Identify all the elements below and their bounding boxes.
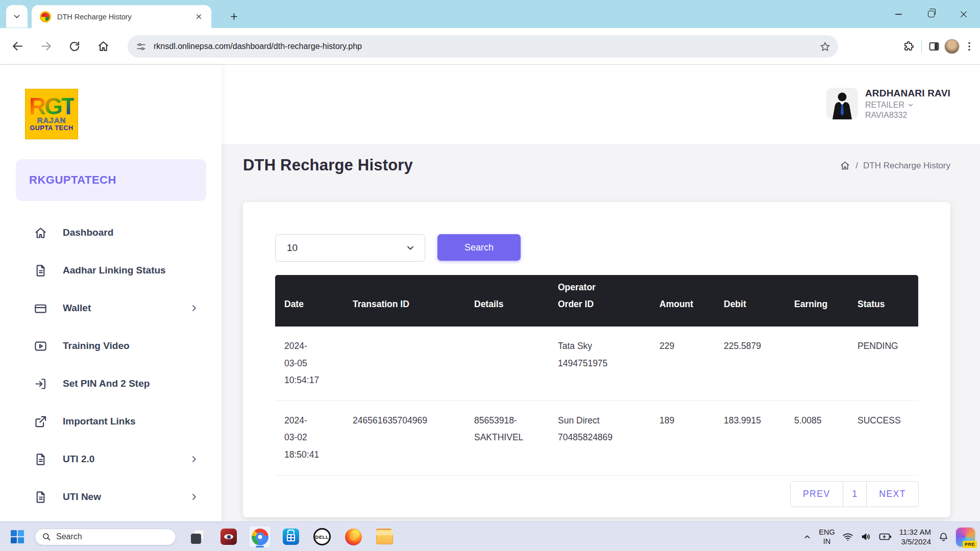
logo-line2: GUPTA TECH (30, 124, 74, 132)
search-button[interactable]: Search (437, 234, 521, 261)
battery-icon[interactable] (879, 531, 892, 542)
taskbar-app-photo-viewer[interactable] (217, 525, 240, 548)
language-indicator[interactable]: ENG IN (819, 528, 835, 546)
chrome-icon (252, 529, 268, 545)
sidebar-item-uti-new[interactable]: UTI New (0, 478, 222, 516)
prev-button[interactable]: PREV (790, 481, 843, 507)
column-header-earning: Earning (785, 275, 848, 327)
sidebar-item-aadhar-linking-status[interactable]: Aadhar Linking Status (0, 252, 222, 289)
reload-button[interactable] (64, 36, 85, 57)
taskbar-search[interactable]: Search (35, 529, 176, 545)
windows-taskbar: Search DELL (0, 521, 980, 551)
site-settings-icon[interactable] (136, 41, 146, 52)
sidebar-item-uti-2-0[interactable]: UTI 2.0 (0, 440, 222, 478)
taskbar-app-file-explorer[interactable] (373, 525, 396, 548)
taskbar-app-microsoft-store[interactable] (280, 525, 302, 548)
logo-monogram: RGT (29, 96, 74, 116)
wifi-icon[interactable] (842, 531, 853, 542)
sidebar-item-label: Training Video (63, 340, 199, 352)
column-header-status: Status (848, 275, 918, 327)
page-body: RGT RAJAN GUPTA TECH RKGUPTATECH Dashboa… (0, 65, 980, 521)
start-button[interactable] (7, 527, 28, 547)
sidebar-item-label: Aadhar Linking Status (63, 265, 199, 276)
side-panel-icon[interactable] (928, 40, 940, 53)
snipping-tool-icon (190, 529, 205, 544)
url-text[interactable]: rknsdl.onlinepsa.com/dashboard/dth-recha… (154, 42, 819, 51)
sidebar-item-wallet[interactable]: Wallet (0, 289, 222, 327)
taskbar-app-snipping-tool[interactable] (186, 525, 209, 548)
page-title: DTH Recharge History (243, 156, 413, 174)
volume-icon[interactable] (861, 531, 872, 542)
home-button[interactable] (93, 36, 113, 57)
window-minimize-button[interactable] (882, 0, 915, 28)
bookmark-star-icon[interactable] (819, 41, 831, 53)
copilot-pre-badge: PRE (963, 541, 977, 548)
wallet-icon (34, 302, 47, 315)
copilot-icon[interactable]: PRE (956, 528, 975, 546)
cell-details (465, 327, 549, 400)
sidebar-item-label: Dashboard (63, 227, 199, 238)
browser-profile-avatar[interactable] (944, 39, 960, 54)
column-header-transaction_id: Transation ID (344, 275, 465, 327)
cell-amount: 229 (650, 327, 715, 400)
microsoft-store-icon (283, 529, 299, 545)
forward-arrow-icon (40, 40, 53, 53)
sidebar-item-label: UTI 2.0 (63, 454, 189, 465)
tab-title: DTH Recharge History (57, 13, 193, 21)
back-button[interactable] (7, 36, 28, 57)
site-favicon (40, 11, 51, 22)
column-header-debit: Debit (715, 275, 785, 327)
user-role[interactable]: RETAILER (865, 101, 950, 110)
column-header-operator_order_id: Operator Order ID (549, 275, 650, 327)
file-explorer-icon (376, 531, 393, 544)
chevron-down-icon (907, 102, 914, 109)
taskbar-app-dell[interactable]: DELL (311, 525, 333, 548)
forward-button[interactable] (36, 36, 56, 57)
page-size-select[interactable]: 10 (275, 234, 425, 262)
cell-status: SUCCESS (848, 400, 918, 475)
breadcrumb-current: DTH Recharge History (863, 161, 950, 171)
taskbar-clock[interactable]: 11:32 AM 3/5/2024 (899, 527, 931, 547)
external-icon (34, 415, 47, 429)
user-profile[interactable]: ARDHANARI RAVI RETAILER RAVIA8332 (826, 88, 950, 120)
user-id: RAVIA8332 (865, 111, 950, 120)
cell-earning (785, 327, 848, 400)
breadcrumb-home-icon[interactable] (840, 160, 850, 171)
sidebar-item-label: Important Links (63, 416, 199, 427)
url-bar[interactable]: rknsdl.onlinepsa.com/dashboard/dth-recha… (128, 35, 838, 58)
page-size-value: 10 (287, 242, 405, 254)
cell-debit: 225.5879 (715, 327, 785, 400)
page-1-button[interactable]: 1 (843, 481, 867, 507)
chevron-down-icon (405, 243, 415, 253)
taskbar-app-chrome[interactable] (249, 525, 271, 548)
sidebar-item-set-pin-and-2-step[interactable]: Set PIN And 2 Step (0, 365, 222, 403)
sidebar-item-important-links[interactable]: Important Links (0, 403, 222, 440)
tab-close-icon[interactable] (193, 11, 204, 22)
extensions-icon[interactable] (903, 40, 915, 53)
next-button[interactable]: NEXT (867, 481, 919, 507)
browser-tab[interactable]: DTH Recharge History (32, 5, 211, 28)
tray-chevron-up-icon[interactable] (803, 533, 812, 541)
file-icon (34, 453, 47, 466)
tab-search-button[interactable] (6, 5, 28, 28)
file-icon (34, 490, 47, 504)
new-tab-button[interactable] (226, 8, 242, 24)
cell-earning: 5.0085 (785, 400, 848, 475)
sidebar-item-training-video[interactable]: Training Video (0, 327, 222, 365)
window-close-button[interactable] (947, 0, 980, 28)
search-icon (42, 532, 51, 541)
browser-menu-icon[interactable] (964, 41, 975, 52)
photo-viewer-icon (220, 529, 237, 545)
cell-status: PENDING (848, 327, 918, 400)
dell-icon: DELL (313, 528, 331, 545)
taskbar-search-label: Search (56, 532, 82, 541)
sidebar-menu: DashboardAadhar Linking StatusWalletTrai… (0, 214, 222, 516)
window-restore-button[interactable] (915, 0, 947, 28)
notifications-bell-icon[interactable] (938, 532, 949, 542)
toolbar-separator (921, 40, 922, 53)
column-header-details: Details (465, 275, 549, 327)
sidebar: RGT RAJAN GUPTA TECH RKGUPTATECH Dashboa… (0, 65, 222, 521)
taskbar-app-firefox[interactable] (342, 525, 364, 548)
windows-logo-icon (10, 529, 25, 544)
sidebar-item-dashboard[interactable]: Dashboard (0, 214, 222, 252)
